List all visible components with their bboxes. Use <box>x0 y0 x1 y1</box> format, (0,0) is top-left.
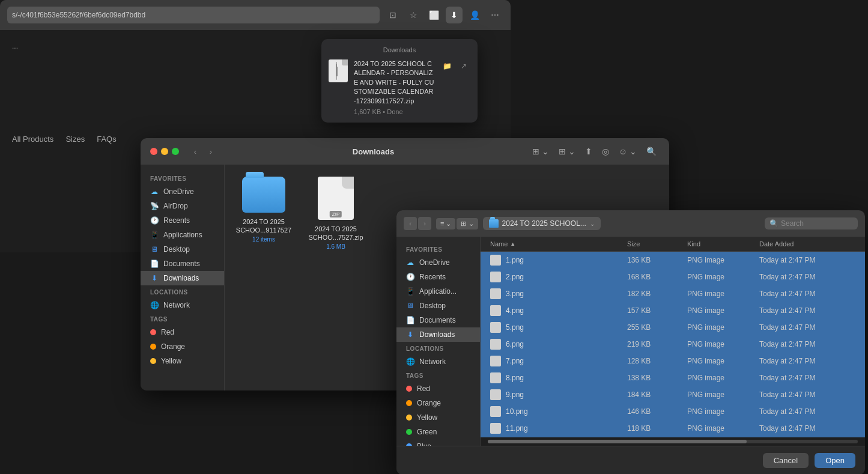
bookmark-icon-btn[interactable]: ☆ <box>405 7 422 23</box>
maximize-button[interactable] <box>172 148 179 155</box>
table-row[interactable]: 7.png 128 KB PNG image Today at 2:47 PM <box>481 353 865 369</box>
table-row[interactable]: 11.png 118 KB PNG image Today at 2:47 PM <box>481 420 865 437</box>
dialog-sidebar-applications[interactable]: 📱 Applicatio... <box>396 284 480 299</box>
dialog-sidebar-recents[interactable]: 🕐 Recents <box>396 270 480 284</box>
nav-sizes[interactable]: Sizes <box>65 135 85 144</box>
row-size-cell: 118 KB <box>627 424 687 433</box>
dialog-forward-btn[interactable]: › <box>418 217 431 230</box>
browser-url-bar[interactable]: s/-/c401f6b53e55262f/6bef6dc09ed7bdbd <box>7 7 380 23</box>
dialog-sidebar-tag-yellow[interactable]: Yellow <box>396 410 480 425</box>
sidebar-item-tag-orange[interactable]: Orange <box>141 339 224 354</box>
dialog-scrollbar-thumb[interactable] <box>488 440 747 443</box>
table-row[interactable]: 3.png 182 KB PNG image Today at 2:47 PM <box>481 285 865 302</box>
col-kind[interactable]: Kind <box>687 240 759 248</box>
finder-forward-btn[interactable]: › <box>204 145 217 158</box>
col-name[interactable]: Name ▲ <box>490 240 627 248</box>
sidebar-item-onedrive[interactable]: ☁ OneDrive <box>141 184 224 199</box>
menu-icon-btn[interactable]: ⋯ <box>487 7 503 23</box>
quick-look-btn[interactable]: ☺ ⌄ <box>616 145 640 158</box>
file-thumb-icon <box>490 288 501 299</box>
file-thumb-icon <box>490 322 501 333</box>
dialog-sidebar-downloads[interactable]: ⬇ Downloads <box>396 327 480 342</box>
row-kind-cell: PNG image <box>687 306 759 315</box>
downloads-tooltip: Downloads 2024 TO 2025 SCHOOL CALENDAR -… <box>321 39 478 123</box>
sidebar-item-applications[interactable]: 📱 Applications <box>141 228 224 242</box>
sidebar-item-documents[interactable]: 📄 Documents <box>141 257 224 271</box>
tag-btn[interactable]: ◎ <box>599 145 612 158</box>
minimize-button[interactable] <box>161 148 168 155</box>
dialog-cloud-icon: ☁ <box>406 258 414 267</box>
finder-back-btn[interactable]: ‹ <box>189 145 202 158</box>
dialog-sidebar-desktop[interactable]: 🖥 Desktop <box>396 299 480 313</box>
table-row[interactable]: 5.png 255 KB PNG image Today at 2:47 PM <box>481 319 865 336</box>
tooltip-external-link-btn[interactable]: ↗ <box>457 59 470 73</box>
sidebar-item-downloads[interactable]: ⬇ Downloads <box>141 271 224 285</box>
search-btn[interactable]: 🔍 <box>643 145 660 158</box>
dialog-back-btn[interactable]: ‹ <box>404 217 417 230</box>
dialog-grid-view-btn[interactable]: ⊞ ⌄ <box>457 218 478 229</box>
view-grid-btn[interactable]: ⊞ ⌄ <box>529 145 552 158</box>
row-filename: 4.png <box>506 306 524 315</box>
profile-icon-btn[interactable]: 👤 <box>466 7 483 23</box>
dialog-scrollbar[interactable] <box>488 440 858 443</box>
dialog-sidebar-tag-red[interactable]: Red <box>396 381 480 396</box>
dialog-sidebar-tag-orange[interactable]: Orange <box>396 396 480 410</box>
share-icon-btn[interactable]: ⬜ <box>425 7 442 23</box>
row-name-cell: 2.png <box>490 272 627 282</box>
dialog-location-chevron: ⌄ <box>590 220 595 227</box>
tooltip-folder-btn[interactable]: 📁 <box>440 59 454 73</box>
col-date[interactable]: Date Added <box>759 240 855 248</box>
dialog-sidebar-network[interactable]: 🌐 Network <box>396 354 480 369</box>
file-item-folder[interactable]: 2024 TO 2025 SCHOO...9117527 12 items <box>237 177 291 243</box>
dialog-sidebar-documents[interactable]: 📄 Documents <box>396 313 480 327</box>
dialog-sidebar-onedrive[interactable]: ☁ OneDrive <box>396 255 480 270</box>
applications-icon: 📱 <box>150 231 159 239</box>
dialog-tag-orange-label: Orange <box>417 399 441 407</box>
sidebar-item-recents[interactable]: 🕐 Recents <box>141 213 224 228</box>
sidebar-item-airdrop[interactable]: 📡 AirDrop <box>141 199 224 213</box>
dialog-list-view-btn[interactable]: ≡ ⌄ <box>436 218 455 229</box>
sidebar-label-downloads: Downloads <box>163 274 199 282</box>
table-row[interactable]: 10.png 146 KB PNG image Today at 2:47 PM <box>481 403 865 420</box>
screenshot-icon-btn[interactable]: ⊡ <box>384 7 401 23</box>
table-row[interactable]: 1.png 136 KB PNG image Today at 2:47 PM <box>481 252 865 269</box>
dialog-toolbar: ‹ › ≡ ⌄ ⊞ ⌄ 2024 TO 2025 SCHOOL... ⌄ 🔍 <box>396 210 865 237</box>
nav-faqs[interactable]: FAQs <box>97 135 117 144</box>
dialog-search-input[interactable] <box>781 219 853 228</box>
dialog-location-folder-icon <box>489 219 499 228</box>
row-name-cell: 6.png <box>490 339 627 350</box>
file-item-zip[interactable]: ZIP 2024 TO 2025 SCHOO...7527.zip 1.6 MB <box>309 177 363 250</box>
sidebar-item-tag-yellow[interactable]: Yellow <box>141 354 224 368</box>
share-btn[interactable]: ⬆ <box>582 145 595 158</box>
dialog-sidebar-tag-green[interactable]: Green <box>396 425 480 439</box>
row-name-cell: 5.png <box>490 322 627 333</box>
dialog-locations-header: Locations <box>396 342 480 354</box>
dialog-sidebar-tag-blue[interactable]: Blue <box>396 439 480 446</box>
row-size-cell: 255 KB <box>627 323 687 332</box>
nav-all-products[interactable]: All Products <box>12 135 53 144</box>
sidebar-item-network[interactable]: 🌐 Network <box>141 298 224 312</box>
row-name-cell: 9.png <box>490 389 627 400</box>
dialog-location[interactable]: 2024 TO 2025 SCHOOL... ⌄ <box>483 217 601 230</box>
close-button[interactable] <box>150 148 157 155</box>
table-row[interactable]: 6.png 219 KB PNG image Today at 2:47 PM <box>481 336 865 353</box>
download-icon-btn[interactable]: ⬇ <box>446 7 463 23</box>
table-row[interactable]: 2.png 168 KB PNG image Today at 2:47 PM <box>481 269 865 285</box>
row-date-cell: Today at 2:47 PM <box>759 306 855 315</box>
sidebar-tags-header: Tags <box>141 312 224 325</box>
open-button[interactable]: Open <box>815 453 855 468</box>
row-kind-cell: PNG image <box>687 424 759 433</box>
traffic-lights <box>150 148 179 155</box>
table-row[interactable]: 8.png 138 KB PNG image Today at 2:47 PM <box>481 369 865 386</box>
sidebar-item-desktop[interactable]: 🖥 Desktop <box>141 242 224 257</box>
sidebar-item-tag-red[interactable]: Red <box>141 325 224 339</box>
group-btn[interactable]: ⊞ ⌄ <box>556 145 578 158</box>
row-date-cell: Today at 2:47 PM <box>759 290 855 298</box>
table-row[interactable]: 9.png 184 KB PNG image Today at 2:47 PM <box>481 386 865 403</box>
table-row[interactable]: 4.png 157 KB PNG image Today at 2:47 PM <box>481 302 865 319</box>
tooltip-item: 2024 TO 2025 SCHOOL CALENDAR - PERSONALI… <box>329 59 470 115</box>
dialog-search[interactable]: 🔍 <box>765 217 858 229</box>
table-row[interactable]: 12.png 118 KB PNG image Today at 2:47 PM <box>481 437 865 437</box>
cancel-button[interactable]: Cancel <box>763 453 809 468</box>
col-size[interactable]: Size <box>627 240 687 248</box>
